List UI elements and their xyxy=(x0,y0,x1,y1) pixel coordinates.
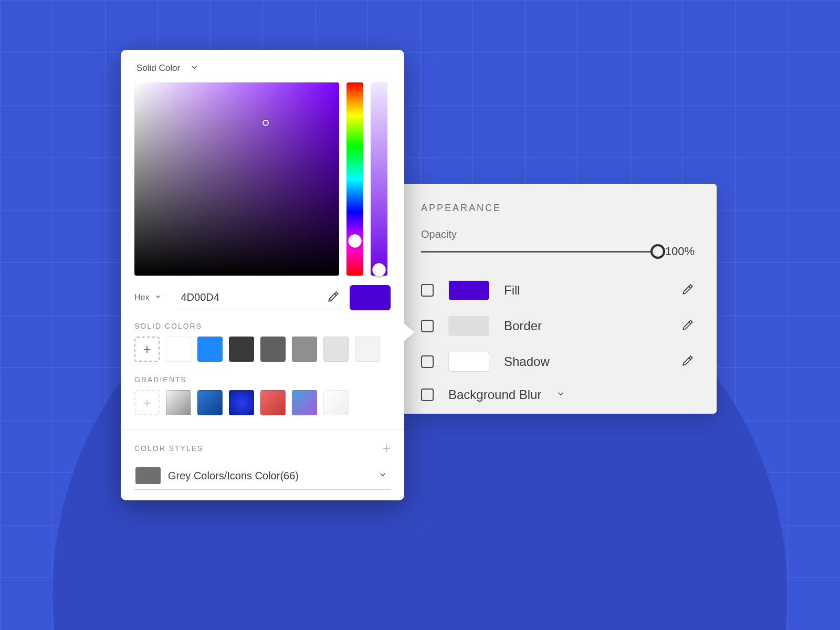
shadow-checkbox[interactable] xyxy=(421,355,434,368)
color-mode-label[interactable]: Solid Color xyxy=(136,63,180,74)
solid-colors-label: SOLID COLORS xyxy=(134,322,391,330)
add-solid-color-button[interactable]: + xyxy=(134,337,160,362)
fill-label: Fill xyxy=(504,283,666,298)
fill-swatch[interactable] xyxy=(448,280,489,300)
color-styles-label: COLOR STYLES xyxy=(134,444,203,453)
shadow-swatch[interactable] xyxy=(448,352,489,372)
add-color-style-button[interactable]: + xyxy=(382,440,391,457)
gradient-swatch[interactable] xyxy=(166,390,191,415)
appearance-title: APPEARANCE xyxy=(421,203,695,214)
solid-color-swatch[interactable] xyxy=(292,337,317,362)
sv-handle[interactable] xyxy=(262,120,269,126)
gradient-swatch[interactable] xyxy=(323,390,349,415)
divider xyxy=(121,429,404,429)
chevron-down-icon[interactable] xyxy=(556,389,565,401)
opacity-slider[interactable] xyxy=(421,251,658,253)
eyedropper-icon[interactable] xyxy=(681,282,695,298)
border-checkbox[interactable] xyxy=(421,320,434,332)
saturation-value-field[interactable] xyxy=(134,82,339,276)
gradient-swatch[interactable] xyxy=(229,390,254,415)
appearance-panel: APPEARANCE Opacity 100% Fill Border Shad… xyxy=(399,184,717,414)
hue-slider[interactable] xyxy=(346,82,363,276)
solid-color-swatch[interactable] xyxy=(355,337,380,362)
gradient-swatch[interactable] xyxy=(197,390,223,415)
color-style-swatch xyxy=(135,467,161,484)
gradients-row: + xyxy=(134,390,391,415)
solid-color-swatch[interactable] xyxy=(197,337,223,362)
gradient-swatch[interactable] xyxy=(292,390,317,415)
gradient-swatch[interactable] xyxy=(260,390,286,415)
shadow-label: Shadow xyxy=(504,354,666,369)
current-color-swatch[interactable] xyxy=(350,285,391,310)
eyedropper-icon[interactable] xyxy=(681,318,695,334)
chevron-down-icon[interactable] xyxy=(378,470,387,481)
border-swatch[interactable] xyxy=(448,316,489,336)
background-blur-label: Background Blur xyxy=(448,387,541,402)
fill-checkbox[interactable] xyxy=(421,284,434,297)
popover-caret xyxy=(403,323,415,342)
color-style-dropdown[interactable]: Grey Colors/Icons Color(66) xyxy=(134,464,391,490)
solid-color-swatch[interactable] xyxy=(323,337,349,362)
background-blur-checkbox[interactable] xyxy=(421,388,434,401)
add-gradient-button[interactable]: + xyxy=(134,390,160,415)
eyedropper-icon[interactable] xyxy=(681,354,695,370)
solid-colors-row: + xyxy=(134,337,391,362)
hue-handle[interactable] xyxy=(348,234,362,248)
hex-format-label[interactable]: Hex xyxy=(134,293,149,302)
solid-color-swatch[interactable] xyxy=(260,337,286,362)
alpha-handle[interactable] xyxy=(372,263,386,277)
color-picker-popover: Solid Color Hex SOLID COLORS + xyxy=(121,50,404,500)
eyedropper-icon[interactable] xyxy=(327,290,340,306)
chevron-down-icon[interactable] xyxy=(190,62,199,74)
solid-color-swatch[interactable] xyxy=(166,337,191,362)
chevron-down-icon[interactable] xyxy=(154,293,162,302)
opacity-slider-handle[interactable] xyxy=(650,244,665,259)
opacity-value: 100% xyxy=(665,245,695,258)
color-style-name: Grey Colors/Icons Color(66) xyxy=(168,470,371,482)
gradients-label: GRADIENTS xyxy=(134,375,391,384)
hex-input[interactable] xyxy=(181,291,327,303)
border-label: Border xyxy=(504,319,666,333)
opacity-label: Opacity xyxy=(421,228,695,240)
solid-color-swatch[interactable] xyxy=(229,337,254,362)
alpha-slider[interactable] xyxy=(371,82,387,276)
